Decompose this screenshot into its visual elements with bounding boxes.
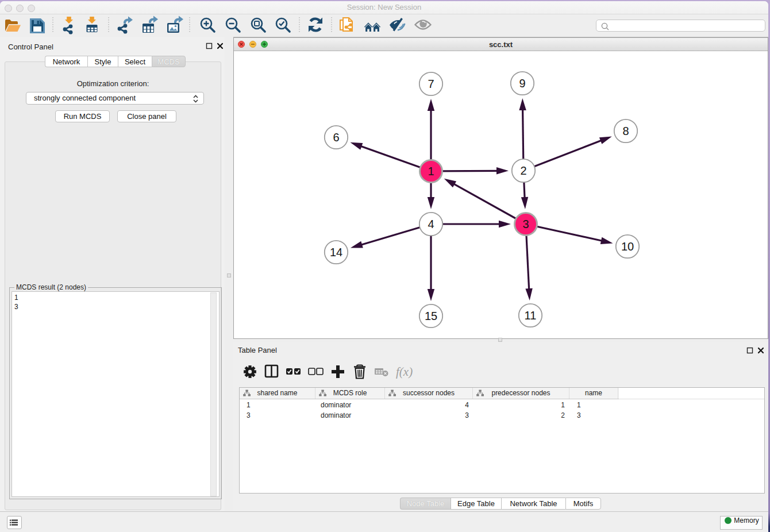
svg-text:14: 14 (330, 246, 342, 259)
svg-text:8: 8 (622, 125, 629, 137)
svg-text:9: 9 (519, 77, 525, 90)
svg-text:11: 11 (525, 309, 537, 322)
svg-text:15: 15 (425, 310, 437, 322)
svg-text:f(x): f(x) (396, 365, 413, 379)
svg-text:6: 6 (333, 131, 339, 144)
svg-text:10: 10 (621, 240, 634, 253)
svg-text:2: 2 (520, 164, 526, 177)
svg-text:3: 3 (522, 218, 529, 230)
svg-text:4: 4 (428, 218, 434, 230)
svg-text:7: 7 (428, 78, 434, 90)
svg-text:1: 1 (428, 165, 434, 178)
